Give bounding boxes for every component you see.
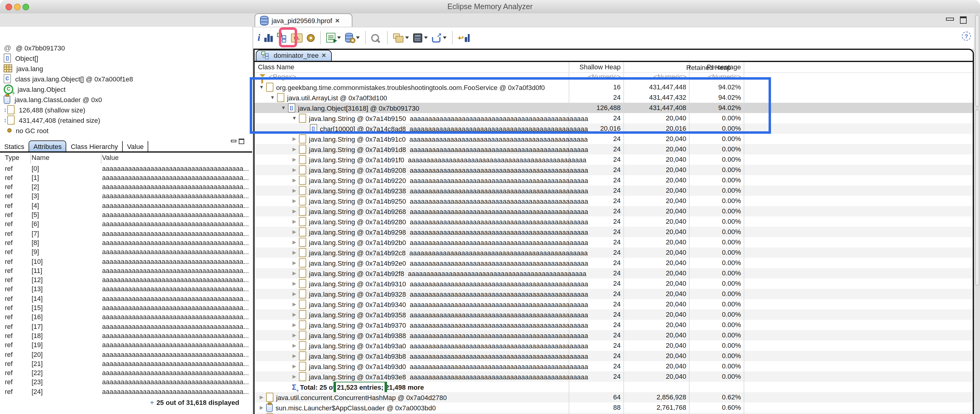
table-row[interactable]: ▶java.lang.String @ 0x7a14b9340 aaaaaaaa… xyxy=(254,299,972,309)
attr-row[interactable]: ref[1]aaaaaaaaaaaaaaaaaaaaaaaaaaaaaaaaaa… xyxy=(0,174,252,183)
inspector-item[interactable]: @@ 0x7bb091730 xyxy=(0,43,256,53)
attr-row[interactable]: ref[18]aaaaaaaaaaaaaaaaaaaaaaaaaaaaaaaaa… xyxy=(0,332,252,341)
table-row[interactable]: ▶java.lang.String @ 0x7a14b93d0 aaaaaaaa… xyxy=(254,361,972,371)
expand-arrow[interactable]: ▶ xyxy=(291,281,298,286)
table-row[interactable]: ▶java.lang.String @ 0x7a14b92c8 aaaaaaaa… xyxy=(254,247,972,258)
table-row[interactable] xyxy=(254,413,972,414)
minimize-editor-icon[interactable] xyxy=(946,18,954,21)
table-row[interactable]: ▶java.lang.String @ 0x7a14b9220 aaaaaaaa… xyxy=(254,175,972,185)
column-name[interactable]: Name xyxy=(32,154,49,161)
attr-row[interactable]: ref[11]aaaaaaaaaaaaaaaaaaaaaaaaaaaaaaaaa… xyxy=(0,267,252,276)
expand-arrow[interactable]: ▶ xyxy=(291,374,298,379)
expand-arrow[interactable]: ▶ xyxy=(291,239,298,245)
close-icon[interactable]: × xyxy=(322,52,326,58)
table-row[interactable]: ▶java.util.concurrent.ConcurrentHashMap … xyxy=(254,392,972,403)
tab-dominator-tree[interactable]: dominator_tree × xyxy=(256,49,331,61)
attr-row[interactable]: ref[0]aaaaaaaaaaaaaaaaaaaaaaaaaaaaaaaaaa… xyxy=(0,164,252,174)
tab-heap-dump-editor[interactable]: java_pid29569.hprof × xyxy=(255,13,352,27)
help-icon[interactable]: ? xyxy=(962,32,971,41)
inspector-item[interactable]: []Object[] xyxy=(0,53,256,63)
attr-row[interactable]: ref[16]aaaaaaaaaaaaaaaaaaaaaaaaaaaaaaaaa… xyxy=(0,313,252,323)
attr-row[interactable]: ref[4]aaaaaaaaaaaaaaaaaaaaaaaaaaaaaaaaaa… xyxy=(0,201,252,211)
expert-tests-button[interactable]: ▶ xyxy=(326,33,341,43)
inspector-item[interactable]: ↕431,447,408 (retained size) xyxy=(0,115,256,125)
attr-row[interactable]: ref[12]aaaaaaaaaaaaaaaaaaaaaaaaaaaaaaaaa… xyxy=(0,276,252,285)
table-row[interactable]: ▶java.lang.String @ 0x7a14b91d8 aaaaaaaa… xyxy=(254,144,972,154)
expand-arrow[interactable]: ▶ xyxy=(291,333,298,338)
inspector-item[interactable]: Cclass java.lang.Object[] @ 0x7a000f1e8 xyxy=(0,73,256,84)
calculator-button[interactable] xyxy=(413,33,428,43)
table-row[interactable]: ▶java.lang.String @ 0x7a14b9298 aaaaaaaa… xyxy=(254,227,972,237)
expand-arrow[interactable]: ▶ xyxy=(291,291,298,297)
expand-arrow[interactable]: ▶ xyxy=(291,136,298,142)
expand-arrow[interactable]: ▶ xyxy=(258,395,265,400)
tab-value[interactable]: Value xyxy=(123,141,148,151)
attr-row[interactable]: ref[20]aaaaaaaaaaaaaaaaaaaaaaaaaaaaaaaaa… xyxy=(0,350,252,360)
expand-arrow[interactable]: ▶ xyxy=(291,178,298,183)
expand-arrow[interactable]: ▶ xyxy=(291,260,298,266)
table-row[interactable]: ▶java.lang.String @ 0x7a14b93e8 aaaaaaaa… xyxy=(254,371,972,382)
expand-arrow[interactable]: ▶ xyxy=(291,188,298,193)
histogram-icon[interactable] xyxy=(265,34,273,42)
expand-arrow[interactable]: ▶ xyxy=(291,271,298,276)
attr-row[interactable]: ref[19]aaaaaaaaaaaaaaaaaaaaaaaaaaaaaaaaa… xyxy=(0,341,252,350)
table-row[interactable]: ▶java.lang.String @ 0x7a14b91f0 aaaaaaaa… xyxy=(254,154,972,165)
expand-arrow[interactable]: ▶ xyxy=(291,343,298,348)
column-shallow-heap[interactable]: Shallow Heap xyxy=(570,63,620,70)
attr-row[interactable]: ref[9]aaaaaaaaaaaaaaaaaaaaaaaaaaaaaaaaaa… xyxy=(0,248,252,257)
table-row[interactable]: ▶java.lang.String @ 0x7a14b9328 aaaaaaaa… xyxy=(254,289,972,299)
table-row[interactable]: ▶java.lang.String @ 0x7a14b91c0 aaaaaaaa… xyxy=(254,134,972,144)
chevron-down-icon[interactable] xyxy=(424,37,428,39)
info-icon[interactable]: i xyxy=(258,34,260,42)
table-row[interactable]: ▶java.lang.String @ 0x7a14b9238 aaaaaaaa… xyxy=(254,185,972,196)
collapsed-toolbar-pill[interactable] xyxy=(975,110,979,286)
attr-row[interactable]: ref[13]aaaaaaaaaaaaaaaaaaaaaaaaaaaaaaaaa… xyxy=(0,285,252,295)
expand-more-icon[interactable]: + xyxy=(150,399,154,406)
column-type[interactable]: Type xyxy=(5,154,19,161)
chevron-down-icon[interactable] xyxy=(337,37,341,39)
expand-arrow[interactable]: ▶ xyxy=(291,363,298,369)
chevron-down-icon[interactable] xyxy=(356,37,360,39)
expand-arrow[interactable]: ▶ xyxy=(291,301,298,307)
table-row[interactable]: ▶java.lang.String @ 0x7a14b92b0 aaaaaaaa… xyxy=(254,237,972,247)
table-row[interactable]: ▶sun.misc.Launcher$AppClassLoader @ 0x7a… xyxy=(254,403,972,413)
search-icon[interactable] xyxy=(371,34,379,42)
attr-row[interactable]: ref[15]aaaaaaaaaaaaaaaaaaaaaaaaaaaaaaaaa… xyxy=(0,304,252,313)
chevron-down-icon[interactable] xyxy=(443,37,447,39)
tab-class-hierarchy[interactable]: Class Hierarchy xyxy=(67,141,122,151)
attr-row[interactable]: ref[23]aaaaaaaaaaaaaaaaaaaaaaaaaaaaaaaaa… xyxy=(0,378,252,388)
attr-row[interactable]: ref[5]aaaaaaaaaaaaaaaaaaaaaaaaaaaaaaaaaa… xyxy=(0,211,252,220)
retained-set-icon[interactable]: ↩ xyxy=(458,34,469,42)
expand-arrow[interactable]: ▶ xyxy=(291,353,298,359)
attr-row[interactable]: ref[24]aaaaaaaaaaaaaaaaaaaaaaaaaaaaaaaaa… xyxy=(0,387,252,396)
table-row[interactable]: ▶java.lang.String @ 0x7a14b93a0 aaaaaaaa… xyxy=(254,341,972,351)
table-row[interactable]: ▶java.lang.String @ 0x7a14b9388 aaaaaaaa… xyxy=(254,330,972,341)
close-icon[interactable]: × xyxy=(335,18,339,24)
group-by-button[interactable] xyxy=(393,33,409,43)
attr-row[interactable]: ref[3]aaaaaaaaaaaaaaaaaaaaaaaaaaaaaaaaaa… xyxy=(0,192,252,202)
column-percentage[interactable]: Percentage xyxy=(689,63,741,70)
attr-row[interactable]: ref[10]aaaaaaaaaaaaaaaaaaaaaaaaaaaaaaaaa… xyxy=(0,257,252,267)
attr-row[interactable]: ref[17]aaaaaaaaaaaaaaaaaaaaaaaaaaaaaaaaa… xyxy=(0,322,252,332)
table-row[interactable]: ▶java.lang.String @ 0x7a14b9280 aaaaaaaa… xyxy=(254,217,972,227)
expand-arrow[interactable]: ▶ xyxy=(291,322,298,328)
expand-arrow[interactable]: ▶ xyxy=(291,146,298,152)
attr-row[interactable]: ref[22]aaaaaaaaaaaaaaaaaaaaaaaaaaaaaaaaa… xyxy=(0,369,252,378)
table-row[interactable]: ▶java.lang.String @ 0x7a14b92f8 aaaaaaaa… xyxy=(254,268,972,279)
attr-row[interactable]: ref[21]aaaaaaaaaaaaaaaaaaaaaaaaaaaaaaaaa… xyxy=(0,360,252,369)
maximize-pane-icon[interactable] xyxy=(239,139,244,144)
expand-arrow[interactable]: ▶ xyxy=(291,250,298,255)
table-row[interactable]: ▶java.lang.String @ 0x7a14b9268 aaaaaaaa… xyxy=(254,206,972,217)
table-total-row[interactable]: Σ+Total: 25 of 21,523 entries; 21,498 mo… xyxy=(254,382,972,392)
expand-arrow[interactable]: ▶ xyxy=(258,405,265,410)
table-row[interactable]: ▶java.lang.String @ 0x7a14b9358 aaaaaaaa… xyxy=(254,309,972,320)
collapsed-toolbar-pill[interactable] xyxy=(975,14,979,107)
table-row[interactable]: ▶java.lang.String @ 0x7a14b92e0 aaaaaaaa… xyxy=(254,258,972,268)
inspector-item[interactable]: java.lang.ClassLoader @ 0x0 xyxy=(0,94,256,105)
expand-arrow[interactable]: ▶ xyxy=(291,198,298,204)
inspector-item[interactable]: java.lang xyxy=(0,63,256,73)
attr-row[interactable]: ref[8]aaaaaaaaaaaaaaaaaaaaaaaaaaaaaaaaaa… xyxy=(0,239,252,248)
inspector-item[interactable]: Csjava.lang.Object xyxy=(0,84,256,94)
table-row[interactable]: ▶java.lang.String @ 0x7a14b93b8 aaaaaaaa… xyxy=(254,351,972,361)
attr-row[interactable]: ref[6]aaaaaaaaaaaaaaaaaaaaaaaaaaaaaaaaaa… xyxy=(0,220,252,229)
